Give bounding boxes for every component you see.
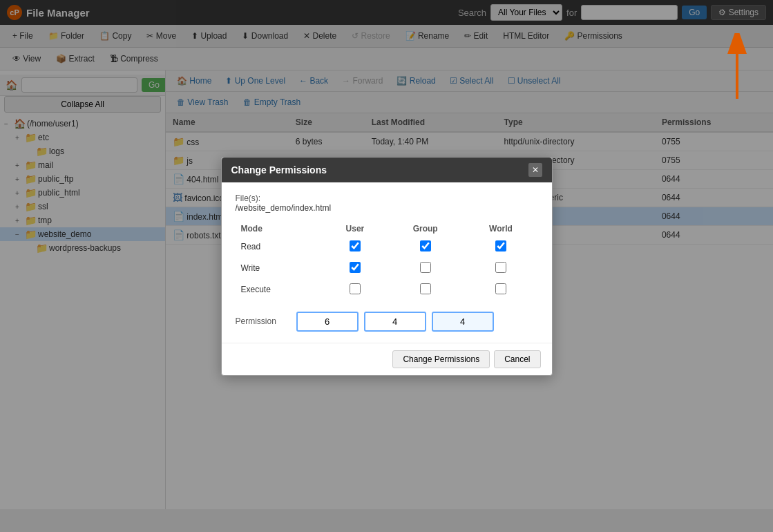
group-execute-checkbox[interactable] [420,283,431,294]
user-execute-checkbox[interactable] [350,283,361,294]
permission-row-label: Permission [236,316,291,326]
file-path: /website_demo/index.html [236,203,332,213]
world-execute-checkbox[interactable] [495,283,506,294]
change-permissions-dialog: Change Permissions ✕ File(s): /website_d… [221,157,553,376]
dialog-title: Change Permissions [231,164,327,175]
dialog-body: File(s): /website_demo/index.html Mode U… [222,182,552,343]
world-read-checkbox[interactable] [495,240,506,251]
file-label-text: File(s): [236,193,261,203]
dialog-footer: Change Permissions Cancel [222,343,552,375]
permissions-table: Mode User Group World Read Write [236,221,538,301]
permission-inputs-row: Permission [236,312,538,332]
execute-row: Execute [236,279,538,301]
group-col-header: Group [387,221,464,236]
group-read-checkbox[interactable] [420,240,431,251]
write-label: Write [236,258,324,279]
change-permissions-button[interactable]: Change Permissions [392,350,490,368]
write-row: Write [236,258,538,279]
file-label: File(s): /website_demo/index.html [236,193,538,213]
world-write-checkbox[interactable] [495,262,506,273]
user-col-header: User [323,221,387,236]
group-write-checkbox[interactable] [420,262,431,273]
world-permission-input[interactable] [432,312,494,332]
user-write-checkbox[interactable] [350,262,361,273]
world-col-header: World [464,221,538,236]
dialog-overlay: Change Permissions ✕ File(s): /website_d… [0,0,773,509]
mode-col-header: Mode [236,221,324,236]
user-permission-input[interactable] [296,312,359,332]
dialog-header: Change Permissions ✕ [222,158,552,182]
read-row: Read [236,236,538,258]
user-read-checkbox[interactable] [350,240,361,251]
cancel-button[interactable]: Cancel [494,350,540,368]
perm-header-row: Mode User Group World [236,221,538,236]
execute-label: Execute [236,279,324,301]
dialog-close-button[interactable]: ✕ [528,163,542,177]
group-permission-input[interactable] [364,312,426,332]
read-label: Read [236,236,324,258]
